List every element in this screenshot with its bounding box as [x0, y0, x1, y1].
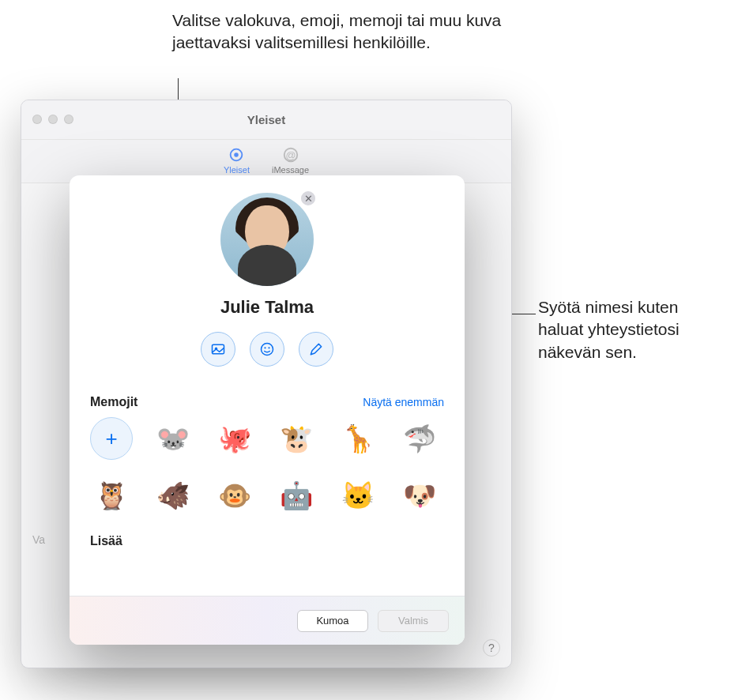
memoji-mouse[interactable]: 🐭: [152, 417, 194, 460]
memoji-glyph: 🐵: [218, 480, 251, 511]
emoji-icon: [259, 341, 275, 357]
memoji-robot[interactable]: 🤖: [275, 474, 318, 517]
plus-icon: +: [105, 427, 117, 451]
pencil-icon: [308, 341, 324, 357]
svg-point-8: [268, 347, 269, 348]
edit-source-button[interactable]: [299, 332, 333, 367]
photos-source-button[interactable]: [201, 332, 235, 367]
cancel-button[interactable]: Kumoa: [297, 610, 368, 632]
memoji-glyph: 🐱: [341, 480, 375, 511]
memoji-dog[interactable]: 🐶: [398, 474, 441, 517]
photos-icon: [210, 341, 226, 357]
memoji-glyph: 🐗: [156, 480, 190, 511]
memoji-grid: + 🐭 🐙 🐮 🦒 🦈 🦉 🐗 🐵 🤖 🐱 🐶: [90, 417, 444, 517]
close-icon: ✕: [304, 193, 313, 205]
memoji-glyph: 🐮: [280, 423, 313, 454]
memoji-glyph: 🐭: [156, 423, 190, 454]
memoji-glyph: 🦒: [341, 423, 375, 454]
memoji-giraffe[interactable]: 🦒: [337, 417, 379, 460]
profile-photo[interactable]: [220, 193, 314, 286]
callout-enter-name: Syötä nimesi kuten haluat yhteystietosi …: [538, 296, 728, 363]
memoji-glyph: 🤖: [280, 480, 313, 511]
avatar-container: ✕: [220, 193, 314, 286]
memoji-boar[interactable]: 🐗: [152, 474, 194, 517]
memoji-owl[interactable]: 🦉: [90, 474, 133, 517]
memoji-shark[interactable]: 🦈: [398, 417, 441, 460]
svg-point-6: [262, 344, 273, 356]
memoji-glyph: 🐶: [403, 480, 436, 511]
memoji-octopus[interactable]: 🐙: [213, 417, 256, 460]
memoji-glyph: 🐙: [218, 423, 251, 454]
memoji-cat[interactable]: 🐱: [337, 474, 379, 517]
memoji-glyph: 🦉: [95, 480, 128, 511]
name-and-photo-sheet: ✕ Julie Talma Memojit Näytä enemmän + 🐭: [70, 175, 465, 645]
done-button[interactable]: Valmis: [378, 610, 449, 632]
memoji-glyph: 🦈: [403, 423, 436, 454]
memoji-cow[interactable]: 🐮: [275, 417, 318, 460]
memoji-show-more-link[interactable]: Näytä enemmän: [363, 396, 444, 408]
svg-point-7: [264, 347, 265, 348]
emoji-source-button[interactable]: [250, 332, 284, 367]
photo-source-row: [90, 332, 444, 367]
memoji-section-title: Memojit: [90, 395, 137, 409]
clear-photo-button[interactable]: ✕: [299, 190, 317, 207]
display-name-field[interactable]: Julie Talma: [90, 297, 444, 318]
callout-photo-selection: Valitse valokuva, emoji, memoji tai muu …: [172, 9, 520, 55]
memoji-add-button[interactable]: +: [90, 417, 133, 460]
memoji-monkey[interactable]: 🐵: [213, 474, 256, 517]
more-section-title: Lisää: [90, 534, 444, 548]
sheet-footer: Kumoa Valmis: [70, 596, 465, 645]
